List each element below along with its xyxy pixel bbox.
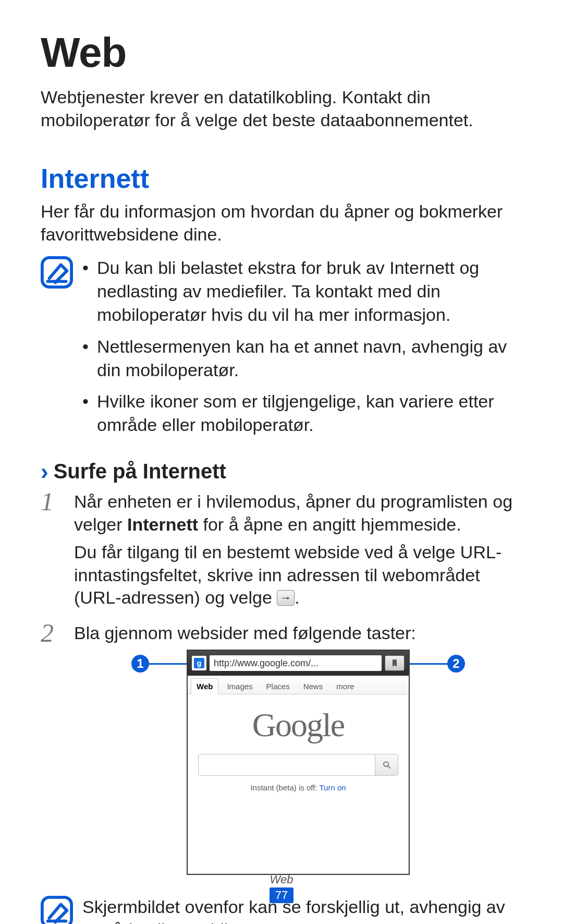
note1-bullet-1: Du kan bli belastet ekstra for bruk av I… [82,256,522,327]
google-search-box [198,754,398,776]
section-heading-internett: Internett [41,163,522,194]
section-paragraph: Her får du informasjon om hvordan du åpn… [41,200,522,246]
instant-turn-on-link[interactable]: Turn on [319,783,346,792]
google-logo: Google [188,694,409,754]
step-2-text: Bla gjennom websider med følgende taster… [74,622,522,645]
google-search-button[interactable] [375,754,398,775]
svg-point-2 [384,762,388,766]
page-title: Web [41,29,522,77]
tab-more[interactable]: more [331,679,359,694]
step-1-text: Når enheten er i hvilemodus, åpner du pr… [74,490,522,536]
tab-images[interactable]: Images [222,679,258,694]
google-search-input[interactable] [199,754,375,775]
phone-frame: g http://www.google.com/... Web Images P… [187,650,410,875]
tab-news[interactable]: News [298,679,328,694]
page-footer: Web 77 [0,873,563,903]
callout-badge-2: 2 [447,655,465,673]
step-1-text-2: Du får tilgang til en bestemt webside ve… [74,541,522,609]
search-icon [382,760,391,770]
note1-bullet-2: Nettlesermenyen kan ha et annet navn, av… [82,335,522,382]
google-tabs: Web Images Places News more [188,676,409,694]
browser-screenshot: 1 2 g http://www.google.com/... [131,650,465,875]
tab-places[interactable]: Places [261,679,295,694]
subsection-heading: Surfe på Internett [54,460,226,483]
bookmark-icon [390,659,399,667]
site-favicon: g [192,656,206,670]
callout-2: 2 [410,655,465,673]
step-1: 1 Når enheten er i hvilemodus, åpner du … [41,490,522,615]
callout-badge-1: 1 [131,655,149,673]
bookmark-button[interactable] [385,655,405,671]
step-2: 2 Bla gjennom websider med følgende tast… [41,622,522,889]
callout-1: 1 [131,655,187,673]
intro-paragraph: Webtjenester krever en datatilkobling. K… [41,86,522,131]
note-icon [41,256,73,289]
footer-section-label: Web [0,873,563,886]
note-block-1: Du kan bli belastet ekstra for bruk av I… [41,256,522,445]
step-2-number: 2 [41,620,65,887]
chevron-right-icon: › [41,460,48,483]
page-number: 77 [270,887,293,903]
google-instant-status: Instant (beta) is off: Turn on [188,776,409,799]
svg-line-3 [388,766,390,769]
url-input[interactable]: http://www.google.com/... [210,655,382,671]
browser-url-bar: g http://www.google.com/... [188,651,409,676]
step-1-number: 1 [41,488,65,613]
note1-bullet-3: Hvilke ikoner som er tilgjengelige, kan … [82,390,522,437]
tab-web[interactable]: Web [191,678,218,694]
go-arrow-icon: → [277,590,295,606]
